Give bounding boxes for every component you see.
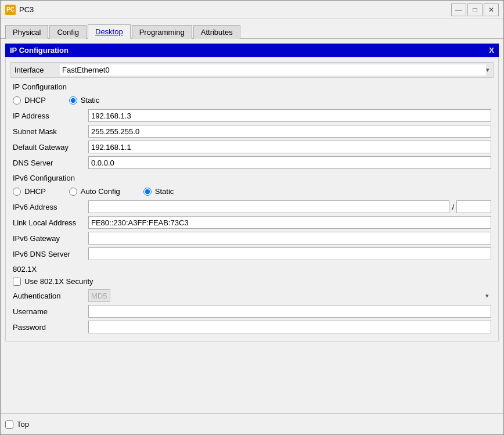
- title-bar-left: PC PC3: [5, 5, 34, 15]
- dhcp-label: DHCP: [24, 96, 46, 105]
- ipv6-static-label: Static: [155, 187, 174, 196]
- interface-row: Interface FastEthernet0 ▾: [10, 62, 494, 78]
- panel-header: IP Configuration X: [5, 44, 499, 57]
- tab-attributes[interactable]: Attributes: [193, 25, 240, 39]
- ipv6-prefix-input[interactable]: [456, 200, 491, 213]
- ipv6-radio-row: DHCP Auto Config Static: [13, 187, 491, 196]
- panel-close-button[interactable]: X: [489, 46, 494, 55]
- username-input[interactable]: [88, 305, 491, 318]
- window-controls: — □ ✕: [451, 3, 499, 16]
- ipv6-dns-row: IPv6 DNS Server: [10, 247, 494, 260]
- tab-bar: Physical Config Desktop Programming Attr…: [1, 19, 503, 39]
- default-gateway-row: Default Gateway: [10, 141, 494, 153]
- auth-select-wrapper: MD5: [88, 289, 491, 302]
- username-label: Username: [13, 307, 88, 316]
- tab-programming[interactable]: Programming: [132, 25, 192, 39]
- username-row: Username: [10, 305, 494, 318]
- ipv6-dhcp-label: DHCP: [24, 187, 46, 196]
- tab-config[interactable]: Config: [49, 25, 87, 39]
- ipv6-address-row: IPv6 Address /: [10, 200, 494, 213]
- subnet-mask-row: Subnet Mask: [10, 125, 494, 138]
- ipv6-address-label: IPv6 Address: [13, 203, 88, 211]
- static-radio[interactable]: [69, 96, 77, 105]
- main-window: PC PC3 — □ ✕ Physical Config Desktop Pro…: [0, 0, 504, 435]
- dns-server-label: DNS Server: [13, 159, 88, 167]
- panel-body: Interface FastEthernet0 ▾ IP Configurati…: [5, 57, 499, 341]
- auth-select[interactable]: MD5: [88, 289, 110, 302]
- ipv6-auto-label: Auto Config: [81, 187, 120, 196]
- ipv6-dhcp-option[interactable]: DHCP: [13, 187, 46, 196]
- password-label: Password: [13, 323, 88, 332]
- link-local-input[interactable]: [88, 216, 491, 229]
- ip-address-row: IP Address: [10, 109, 494, 122]
- ipv6-gateway-row: IPv6 Gateway: [10, 232, 494, 245]
- ipv6-static-radio[interactable]: [143, 188, 152, 196]
- minimize-button[interactable]: —: [451, 3, 466, 16]
- dhcp-radio[interactable]: [13, 96, 21, 105]
- password-input[interactable]: [88, 321, 491, 333]
- default-gateway-input[interactable]: [88, 141, 491, 153]
- use-security-row: Use 802.1X Security: [13, 277, 491, 286]
- ipv6-auto-config-option[interactable]: Auto Config: [69, 187, 120, 196]
- password-row: Password: [10, 321, 494, 333]
- panel-title: IP Configuration: [10, 46, 69, 55]
- auth-label: Authentication: [13, 292, 88, 300]
- bottom-bar: Top: [1, 414, 503, 434]
- ipv6-auto-radio[interactable]: [69, 188, 77, 196]
- title-bar: PC PC3 — □ ✕: [1, 1, 503, 19]
- dhcp-radio-option[interactable]: DHCP: [13, 96, 46, 105]
- use-security-label: Use 802.1X Security: [24, 277, 93, 286]
- maximize-button[interactable]: □: [467, 3, 483, 16]
- ip-address-input[interactable]: [88, 109, 491, 122]
- default-gateway-label: Default Gateway: [13, 143, 88, 152]
- ipv6-dns-label: IPv6 DNS Server: [13, 250, 88, 258]
- ipv6-slash: /: [452, 203, 454, 211]
- ipv6-dhcp-radio[interactable]: [13, 188, 21, 196]
- top-label: Top: [17, 420, 29, 429]
- auth-row: Authentication MD5: [10, 289, 494, 302]
- ipv6-gateway-label: IPv6 Gateway: [13, 234, 88, 243]
- ipv6-static-option[interactable]: Static: [143, 187, 174, 196]
- subnet-mask-label: Subnet Mask: [13, 127, 88, 136]
- link-local-row: Link Local Address: [10, 216, 494, 229]
- use-security-checkbox[interactable]: [13, 278, 21, 286]
- ipv6-config-section-title: IPv6 Configuration: [13, 174, 494, 182]
- interface-dropdown-icon: ▾: [486, 66, 489, 74]
- ipv6-gateway-input[interactable]: [88, 232, 491, 245]
- static-label: Static: [81, 96, 100, 105]
- ip-address-label: IP Address: [13, 112, 88, 120]
- ipv6-dns-input[interactable]: [88, 247, 491, 260]
- interface-select[interactable]: FastEthernet0: [60, 64, 486, 76]
- subnet-mask-input[interactable]: [88, 125, 491, 138]
- ipv6-address-input[interactable]: [88, 200, 449, 213]
- static-radio-option[interactable]: Static: [69, 96, 100, 105]
- dot1x-section-title: 802.1X: [13, 265, 494, 274]
- interface-label: Interface: [15, 66, 55, 74]
- tab-physical[interactable]: Physical: [5, 25, 48, 39]
- dns-server-input[interactable]: [88, 156, 491, 169]
- top-checkbox[interactable]: [5, 420, 13, 429]
- ip-radio-row: DHCP Static: [13, 96, 491, 105]
- window-title: PC3: [19, 5, 34, 14]
- ip-config-section-title: IP Configuration: [13, 82, 494, 91]
- content-area: IP Configuration X Interface FastEtherne…: [1, 39, 503, 414]
- app-icon: PC: [5, 5, 16, 15]
- close-button[interactable]: ✕: [484, 3, 499, 16]
- link-local-label: Link Local Address: [13, 218, 88, 227]
- tab-desktop[interactable]: Desktop: [88, 24, 131, 39]
- dns-server-row: DNS Server: [10, 156, 494, 169]
